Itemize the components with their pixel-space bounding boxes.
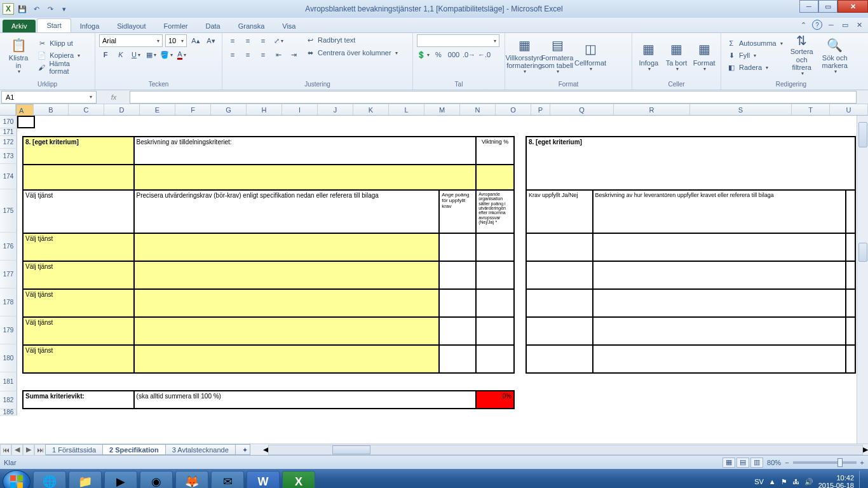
percent-icon[interactable]: %	[432, 48, 445, 61]
taskbar-chrome[interactable]: ◉	[140, 471, 173, 488]
format-cells-button[interactable]: ▦Format▾	[691, 34, 717, 76]
wrap-text-button[interactable]: ↩Radbryt text	[304, 34, 399, 46]
tray-up-icon[interactable]: ▲	[769, 478, 776, 485]
underline-button[interactable]: U▾	[130, 48, 142, 61]
hscroll-left[interactable]: ◀	[263, 445, 268, 454]
indent-dec-icon[interactable]: ⇤	[272, 48, 285, 61]
dec-decimal-icon[interactable]: ←.0	[478, 48, 491, 61]
cell-r-extra[interactable]	[846, 190, 855, 233]
paste-button[interactable]: 📋Klistra in▾	[4, 34, 33, 76]
col-header-U[interactable]: U	[830, 104, 868, 115]
cell-k8-b[interactable]	[23, 165, 134, 190]
font-color-button[interactable]: A▾	[175, 48, 188, 61]
tab-file[interactable]: Arkiv	[3, 20, 36, 32]
font-size-select[interactable]: 10▾	[165, 34, 187, 47]
tab-nav-next[interactable]: ▶	[23, 444, 34, 456]
comma-icon[interactable]: 000	[447, 48, 460, 61]
cell-rb-3[interactable]	[593, 289, 846, 317]
cell-prec-4[interactable]	[134, 317, 440, 345]
cell-av-5[interactable]	[476, 345, 514, 373]
hscroll-right[interactable]: ▶	[863, 445, 868, 454]
col-header-Q[interactable]: Q	[550, 104, 614, 115]
col-header-G[interactable]: G	[211, 104, 247, 115]
cell-pt-2[interactable]	[439, 261, 476, 289]
merge-center-button[interactable]: ⬌Centrera över kolumner▾	[304, 47, 399, 58]
row-header-178[interactable]: 178	[0, 288, 17, 316]
start-button[interactable]	[3, 470, 31, 488]
cell-prec-1[interactable]	[134, 233, 440, 261]
align-left-icon[interactable]: ≡	[226, 48, 239, 61]
cell-pt-3[interactable]	[439, 289, 476, 317]
cell-rb-4[interactable]	[593, 317, 846, 345]
col-header-O[interactable]: O	[496, 104, 531, 115]
cell-av-1[interactable]	[476, 233, 514, 261]
grid[interactable]: 8. [eget kriterium] Beskrivning av tilld…	[17, 116, 857, 444]
worksheet-area[interactable]: 1701711721731741751761771781791801811821…	[0, 116, 868, 444]
delete-cells-button[interactable]: ▦Ta bort▾	[664, 34, 689, 76]
view-normal-icon[interactable]: ▦	[722, 458, 735, 468]
shrink-font-icon[interactable]: A▾	[205, 34, 217, 47]
cell-rb-2[interactable]	[593, 261, 846, 289]
cell-r-k8[interactable]: 8. [eget kriterium]	[526, 137, 855, 190]
sort-filter-button[interactable]: ⇅Sortera och filtrera▾	[787, 34, 817, 76]
v-scroll-thumb-top[interactable]	[858, 122, 867, 147]
cell-ange[interactable]: Ange poäng för uppfyllt krav	[439, 190, 476, 233]
row-header-171[interactable]: 171	[0, 128, 17, 136]
tray-lang[interactable]: SV	[754, 478, 764, 485]
cell-rx-1[interactable]	[846, 233, 855, 261]
fill-button[interactable]: ⬇Fyll▾	[725, 50, 784, 61]
help-icon[interactable]: ?	[812, 20, 822, 30]
orientation-icon[interactable]: ⤢▾	[272, 34, 285, 47]
vertical-scrollbar[interactable]	[857, 116, 868, 444]
col-header-A[interactable]: A	[16, 104, 34, 117]
tray-flag-icon[interactable]: ⚑	[781, 478, 787, 486]
row-header-172[interactable]: 172	[0, 136, 17, 149]
col-header-N[interactable]: N	[460, 104, 496, 115]
col-header-F[interactable]: F	[175, 104, 211, 115]
cell-avrop[interactable]: Avropande organisation sätter poäng i ut…	[476, 190, 514, 233]
cell-valj-hdr[interactable]: Välj tjänst	[23, 190, 134, 233]
row-header-182[interactable]: 182	[0, 391, 17, 409]
cell-rk-4[interactable]	[526, 317, 593, 345]
align-center-icon[interactable]: ≡	[241, 48, 254, 61]
border-button[interactable]: ▦▾	[145, 48, 158, 61]
tab-start[interactable]: Start	[37, 18, 71, 32]
tab-visa[interactable]: Visa	[273, 20, 304, 32]
italic-button[interactable]: K	[114, 48, 127, 61]
col-header-P[interactable]: P	[531, 104, 550, 115]
format-as-table-button[interactable]: ▤Formatera som tabell▾	[542, 34, 573, 76]
cell-ska[interactable]: (ska alltid summera till 100 %)	[134, 391, 477, 409]
indent-inc-icon[interactable]: ⇥	[287, 48, 300, 61]
cell-av-4[interactable]	[476, 317, 514, 345]
cut-button[interactable]: ✂Klipp ut	[36, 37, 91, 49]
col-header-J[interactable]: J	[318, 104, 353, 115]
cell-rk-5[interactable]	[526, 345, 593, 373]
col-header-M[interactable]: M	[424, 104, 460, 115]
col-header-K[interactable]: K	[353, 104, 389, 115]
row-header-173[interactable]: 173	[0, 149, 17, 164]
col-header-R[interactable]: R	[614, 104, 690, 115]
cell-rk-2[interactable]	[526, 261, 593, 289]
font-name-select[interactable]: Arial▾	[99, 34, 163, 47]
taskbar-media[interactable]: ▶	[104, 471, 137, 488]
cell-pt-5[interactable]	[439, 345, 476, 373]
align-right-icon[interactable]: ≡	[257, 48, 269, 61]
save-icon[interactable]: 💾	[17, 3, 28, 15]
tab-data[interactable]: Data	[196, 20, 229, 32]
inc-decimal-icon[interactable]: .0→	[463, 48, 475, 61]
zoom-level[interactable]: 80%	[767, 459, 781, 466]
cell-pct[interactable]: 0%	[476, 391, 514, 409]
currency-icon[interactable]: 💲▾	[417, 48, 430, 61]
autosum-button[interactable]: ΣAutosumma▾	[725, 37, 784, 49]
cell-rx-3[interactable]	[846, 289, 855, 317]
show-desktop-button[interactable]	[859, 471, 864, 488]
tab-nav-first[interactable]: ⏮	[0, 444, 11, 456]
align-top-icon[interactable]: ≡	[226, 34, 239, 47]
select-all-corner[interactable]	[0, 104, 16, 115]
cell-valj-4[interactable]: Välj tjänst	[23, 317, 134, 345]
cell-prec-2[interactable]	[134, 261, 440, 289]
row-header-180[interactable]: 180	[0, 344, 17, 372]
sheet-tab-2[interactable]: 2 Specifikation	[102, 444, 166, 455]
horizontal-scrollbar[interactable]: ◀ ▶	[263, 444, 868, 455]
row-header-174[interactable]: 174	[0, 164, 17, 189]
